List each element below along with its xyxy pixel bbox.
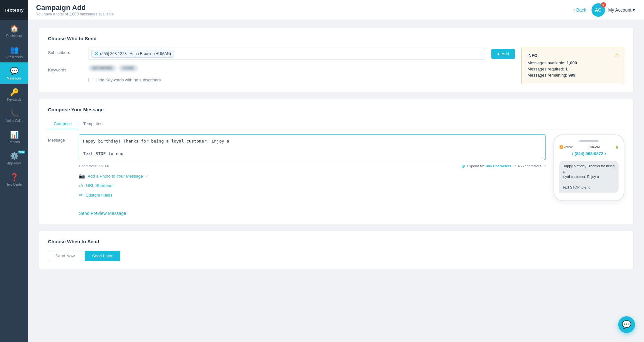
sidebar-item-app-tools[interactable]: NEW ⚙️ App Tools	[0, 147, 28, 169]
topbar-right: ‹ Back AC 0 My Account ▾	[573, 3, 635, 17]
keyword-pill-1: KEYWORD	[89, 65, 116, 71]
sidebar-item-voice-calls[interactable]: 📞 Voice Calls	[0, 105, 28, 126]
sidebar-item-dashboard[interactable]: 🏠 Dashboard	[0, 20, 28, 41]
phone-message-bubble: Happy birthday! Thanks for being a loyal…	[559, 161, 619, 193]
account-menu-button[interactable]: My Account ▾	[608, 7, 635, 13]
keyword-pill-2: CODE	[119, 65, 138, 71]
who-to-send-title: Choose Who to Send	[48, 36, 624, 41]
signal-icon: 📶	[559, 145, 563, 149]
sidebar-item-messages[interactable]: 💬 Messages	[0, 62, 28, 84]
help-icon: ❓	[10, 173, 19, 181]
account-avatar[interactable]: AC 0	[592, 3, 605, 17]
phone-preview: 📶 Verizon 9:34 AM 🔋 ‹ (844) 968-0872 ›	[554, 134, 624, 201]
url-shortener-item[interactable]: ‹/› URL Shortener	[79, 183, 546, 188]
back-arrow-icon: ‹	[572, 151, 573, 156]
tab-compose[interactable]: Compose	[48, 119, 78, 129]
new-badge: NEW	[18, 151, 25, 153]
phone-status-icons: 🔋	[615, 145, 619, 149]
chat-support-button[interactable]: 💬	[618, 316, 635, 333]
code-icon: ‹/›	[79, 183, 83, 188]
composer-left: Message Happy birthday! Thanks for being…	[48, 134, 546, 216]
expand-wrap: ⊕ Expand to: 306 Characters ? 455 charac…	[461, 163, 546, 169]
phone-contact: ‹ (844) 968-0872 ›	[572, 151, 606, 156]
hide-keywords-row: Hide Keywords with no subscribers	[89, 78, 515, 82]
add-subscriber-button[interactable]: ● Add	[491, 49, 515, 59]
info-box: ⚠ INFO: Messages available: 1,000 Messag…	[521, 48, 624, 84]
when-to-send-title: Choose When to Send	[48, 239, 624, 244]
expand-455-help[interactable]: ?	[544, 164, 546, 168]
home-icon: 🏠	[10, 24, 19, 33]
composer-body: Message Happy birthday! Thanks for being…	[48, 134, 624, 216]
message-input-row: Message Happy birthday! Thanks for being…	[48, 134, 546, 169]
char-count-row: Characters: 77/160 ⊕ Expand to: 306 Char…	[79, 163, 546, 169]
extras-row: 📷 Add a Photo to Your Message ? ‹/› URL …	[79, 173, 546, 198]
info-messages-available: Messages available: 1,000	[527, 60, 618, 65]
tab-templates[interactable]: Templates	[78, 119, 108, 129]
account-wrapper: AC 0 My Account ▾	[592, 3, 635, 17]
page-title: Campaign Add	[36, 4, 114, 12]
keywords-label: Keywords	[48, 65, 83, 72]
subscriber-tag: ✕ (555) 203-1228 - Anna Brown - (HUMAN)	[91, 50, 174, 58]
back-button[interactable]: ‹ Back	[573, 7, 586, 13]
phone-icon: 📞	[10, 109, 19, 118]
keywords-row: Keywords KEYWORD CODE	[48, 65, 515, 72]
plus-icon: ●	[497, 51, 500, 56]
message-textarea[interactable]: Happy birthday! Thanks for being a loyal…	[79, 134, 546, 160]
sidebar-item-keywords[interactable]: 🔑 Keywords	[0, 84, 28, 105]
carrier-label: 📶 Verizon	[559, 145, 573, 149]
expand-455-button[interactable]: 455 characters	[518, 164, 541, 168]
sidebar-logo: Textedly	[0, 0, 28, 20]
forward-arrow-icon: ›	[604, 151, 606, 156]
sidebar-item-subscribers[interactable]: 👥 Subscribers	[0, 41, 28, 62]
expand-306-button[interactable]: 306 Characters	[486, 164, 511, 168]
messages-icon: 💬	[10, 67, 19, 75]
add-photo-item[interactable]: 📷 Add a Photo to Your Message ?	[79, 173, 546, 179]
tab-send-later[interactable]: Send Later	[85, 251, 120, 261]
section-who-to-send: Choose Who to Send Subscribers ✕ (555) 2…	[39, 28, 634, 92]
keywords-icon: 🔑	[10, 88, 19, 97]
hide-keywords-label[interactable]: Hide Keywords with no subscribers	[89, 78, 515, 82]
phone-time: 9:34 AM	[589, 145, 600, 149]
phone-mockup: 📶 Verizon 9:34 AM 🔋 ‹ (844) 968-0872 ›	[554, 134, 624, 201]
page-subtitle: You have a total of 1,000 messages avail…	[36, 12, 114, 16]
page-content: Choose Who to Send Subscribers ✕ (555) 2…	[28, 20, 644, 283]
subscriber-input[interactable]: ✕ (555) 203-1228 - Anna Brown - (HUMAN)	[89, 48, 485, 60]
add-photo-help: ?	[146, 174, 147, 178]
custom-fields-item[interactable]: ✏ Custom Fields	[79, 192, 546, 198]
sidebar-item-reports[interactable]: 📊 Reports	[0, 126, 28, 147]
hide-keywords-checkbox[interactable]	[89, 78, 93, 82]
keywords-pills: KEYWORD CODE	[89, 65, 138, 71]
compose-title: Compose Your Message	[48, 107, 624, 112]
section-when-to-send: Choose When to Send Send Now Send Later	[39, 231, 634, 269]
send-tabs: Send Now Send Later	[48, 251, 624, 261]
send-preview-area: Send Preview Message	[79, 205, 546, 216]
reports-icon: 📊	[10, 131, 19, 139]
section-compose-message: Compose Your Message Compose Templates M…	[39, 99, 634, 224]
remove-subscriber-button[interactable]: ✕	[94, 51, 98, 56]
expand-icon: ⊕	[461, 163, 465, 169]
message-label: Message	[48, 134, 74, 143]
chat-icon: 💬	[622, 320, 631, 329]
camera-icon: 📷	[79, 173, 85, 179]
char-count: Characters: 77/160	[79, 164, 109, 168]
expand-306-help[interactable]: ?	[514, 164, 516, 168]
subscribers-row: Subscribers ✕ (555) 203-1228 - Anna Brow…	[48, 48, 515, 60]
app-tools-icon: ⚙️	[10, 152, 19, 160]
info-messages-remaining: Messages remaining: 999	[527, 73, 618, 78]
sidebar-item-help-center[interactable]: ❓ Help Center	[0, 169, 28, 190]
phone-notch	[579, 140, 599, 142]
message-textarea-wrap: Happy birthday! Thanks for being a loyal…	[79, 134, 546, 169]
tab-send-now[interactable]: Send Now	[48, 251, 82, 261]
sidebar: Textedly 🏠 Dashboard 👥 Subscribers 💬 Mes…	[0, 0, 28, 342]
compose-tabs: Compose Templates	[48, 119, 624, 129]
topbar: Campaign Add You have a total of 1,000 m…	[28, 0, 644, 20]
main-content: Campaign Add You have a total of 1,000 m…	[28, 0, 644, 342]
edit-icon: ✏	[79, 192, 83, 198]
topbar-title-area: Campaign Add You have a total of 1,000 m…	[36, 4, 114, 16]
chevron-down-icon: ▾	[633, 7, 635, 13]
notification-badge: 0	[601, 2, 606, 7]
send-preview-button[interactable]: Send Preview Message	[79, 211, 126, 216]
subscribers-label: Subscribers	[48, 48, 83, 55]
phone-statusbar: 📶 Verizon 9:34 AM 🔋	[557, 145, 621, 149]
info-warning-icon: ⚠	[614, 52, 620, 59]
